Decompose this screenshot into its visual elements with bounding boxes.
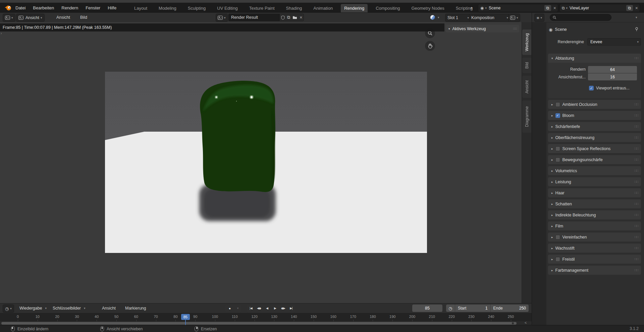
image-name-field[interactable]: Render Result <box>228 14 279 21</box>
panel-wachsstift[interactable]: ▸Wachsstift∷∷ <box>548 244 641 253</box>
properties-search-input[interactable] <box>550 14 611 21</box>
timeline-scrollbar[interactable] <box>1 322 517 325</box>
render-pass-dropdown[interactable]: Komposition▾ <box>469 14 511 22</box>
region-expand-arrow[interactable]: › <box>1 31 2 35</box>
menu-bearbeiten[interactable]: Bearbeiten <box>32 4 55 12</box>
panel-farbmanagement[interactable]: ▸Farbmanagement∷∷ <box>548 266 641 275</box>
viewlayer-selector[interactable]: ⧉ ▾ ViewLayer ⧉ × <box>559 4 640 12</box>
sidebar-tab-ansicht[interactable]: Ansicht <box>522 76 531 98</box>
panel-vereinfachen[interactable]: ▸Vereinfachen∷∷ <box>548 233 641 242</box>
auto-key-record-button[interactable]: ● <box>225 305 234 312</box>
viewlayer-name[interactable]: ViewLayer <box>568 6 626 10</box>
close-icon[interactable]: × <box>552 5 558 11</box>
workspace-tab-texture-paint[interactable]: Texture Paint <box>246 4 278 12</box>
editor-type-button[interactable]: ▾ <box>3 14 15 22</box>
panel-drag-grip[interactable]: ∷∷ <box>634 56 638 60</box>
image-browse-dropdown[interactable]: ▾ <box>216 14 228 22</box>
panel-film[interactable]: ▸Film∷∷ <box>548 221 641 230</box>
panel-drag-grip[interactable]: ∷∷ <box>634 158 638 161</box>
scene-name[interactable]: Scene <box>487 6 544 10</box>
frame-start-field[interactable]: Start 1 <box>455 305 490 312</box>
panel-schatten[interactable]: ▸Schatten∷∷ <box>548 199 641 208</box>
stopwatch-icon[interactable]: ◷ <box>446 306 455 311</box>
display-channels-button[interactable]: ▾ <box>430 14 439 21</box>
panel-haar[interactable]: ▸Haar∷∷ <box>548 188 641 197</box>
panel-drag-grip[interactable]: ∷∷ <box>634 213 638 217</box>
panel-sch-rfentiefe[interactable]: ▸Schärfentiefe∷∷ <box>548 122 641 131</box>
panel-drag-grip[interactable]: ∷∷ <box>634 125 638 128</box>
timeline-editor-type-button[interactable]: ◷▾ <box>3 305 14 313</box>
workspace-tab-uv-editing[interactable]: UV Editing <box>214 4 241 12</box>
image-editor-viewport[interactable]: ▾ Aktives Werkzeug ∷∷ WerkzeugBildAnsich… <box>0 22 532 303</box>
panel-oberfl-chenstreuung[interactable]: ▸Oberflächenstreuung∷∷ <box>548 133 641 142</box>
workspace-tab-rendering[interactable]: Rendering <box>341 4 368 12</box>
workspace-tab-layout[interactable]: Layout <box>131 4 151 12</box>
viewport-denoise-checkbox[interactable]: ✓ <box>589 86 594 90</box>
timeline-menu-wiedergabe[interactable]: Wiedergabe▾ <box>19 306 47 311</box>
render-view-dropdown[interactable]: ▾ <box>508 14 520 22</box>
keying-set-dropdown[interactable]: ▾ <box>234 305 241 312</box>
menu-fenster[interactable]: Fenster <box>85 4 101 12</box>
sidebar-tab-diagramme[interactable]: Diagramme <box>522 101 531 133</box>
panel-indirekte-beleuchtung[interactable]: ▸Indirekte Beleuchtung∷∷ <box>548 210 641 219</box>
add-workspace-button[interactable]: + <box>468 4 475 12</box>
open-folder-icon[interactable] <box>292 16 297 19</box>
render-slot-dropdown[interactable]: Slot 1▾ <box>445 14 471 22</box>
new-image-icon[interactable]: ⧉ <box>287 15 290 20</box>
menu-hilfe[interactable]: Hilfe <box>107 4 117 12</box>
panel-freistil[interactable]: ▸Freistil∷∷ <box>548 255 641 264</box>
play-reverse-button[interactable]: ◀ <box>263 305 271 312</box>
timeline-menu-markierung[interactable]: Markierung <box>124 306 148 311</box>
panel-bloom[interactable]: ▸✓Bloom∷∷ <box>548 111 641 120</box>
collapse-arrow[interactable]: < <box>525 321 527 325</box>
panel-screen-space-reflections[interactable]: ▸Screen Space Reflections∷∷ <box>548 144 641 153</box>
properties-editor-type-button[interactable]: ≡▾ <box>534 14 544 22</box>
options-chevron-icon[interactable]: ▾ <box>636 16 637 19</box>
next-keyframe-button[interactable]: ◆▶ <box>279 305 287 312</box>
panel-drag-grip[interactable]: ∷∷ <box>634 191 638 195</box>
workspace-tab-geometry-nodes[interactable]: Geometry Nodes <box>408 4 447 12</box>
new-scene-button[interactable]: ⧉ <box>544 5 551 11</box>
panel-volumetrics[interactable]: ▸Volumetrics∷∷ <box>548 166 641 175</box>
panel-drag-grip[interactable]: ∷∷ <box>634 180 638 184</box>
new-viewlayer-button[interactable]: ⧉ <box>626 5 633 11</box>
panel-drag-grip[interactable]: ∷∷ <box>634 235 638 239</box>
panel-drag-grip[interactable]: ∷∷ <box>634 246 638 250</box>
scene-selector[interactable]: ◉ ▾ Scene ⧉ × <box>478 4 558 12</box>
display-mode-dropdown[interactable]: Ansicht ▾ <box>16 14 45 22</box>
current-frame-field[interactable]: 85 <box>412 305 442 312</box>
menu-datei[interactable]: Datei <box>15 4 26 12</box>
sampling-viewport-field[interactable]: 16 <box>588 73 637 80</box>
workspace-tab-shading[interactable]: Shading <box>283 4 306 12</box>
pan-gizmo-button[interactable] <box>425 41 435 51</box>
timeline-ruler[interactable]: 0102030405060708090100110120130140150160… <box>0 313 532 321</box>
panel-ambient-occlusion[interactable]: ▸Ambient Occlusion∷∷ <box>548 100 641 109</box>
panel-drag-grip[interactable]: ∷∷ <box>634 224 638 228</box>
play-button[interactable]: ▶ <box>271 305 279 312</box>
jump-to-start-button[interactable]: |◀ <box>247 305 255 312</box>
workspace-tab-modeling[interactable]: Modeling <box>155 4 180 12</box>
sidebar-tab-bild[interactable]: Bild <box>522 58 531 73</box>
sidebar-tab-werkzeug[interactable]: Werkzeug <box>522 29 531 55</box>
prev-keyframe-button[interactable]: ◀◆ <box>255 305 263 312</box>
close-icon[interactable]: × <box>634 5 640 11</box>
blender-logo-icon[interactable] <box>4 5 12 11</box>
fake-user-shield-icon[interactable] <box>281 15 285 20</box>
panel-drag-grip[interactable]: ∷∷ <box>513 27 517 30</box>
panel-checkbox[interactable] <box>555 157 560 162</box>
menu-rendern[interactable]: Rendern <box>61 4 79 12</box>
pin-icon[interactable] <box>635 27 639 31</box>
timeline-menu-ansicht[interactable]: Ansicht <box>101 306 117 311</box>
sidebar-panel-active-tool[interactable]: ▾ Aktives Werkzeug ∷∷ <box>446 25 519 32</box>
workspace-tab-animation[interactable]: Animation <box>310 4 336 12</box>
panel-checkbox[interactable] <box>555 146 560 151</box>
panel-drag-grip[interactable]: ∷∷ <box>634 202 638 206</box>
panel-bewegungsunsch-rfe[interactable]: ▸Bewegungsunschärfe∷∷ <box>548 155 641 164</box>
sampling-panel-header[interactable]: ▾ Abtastung ∷∷ <box>548 54 641 63</box>
workspace-tab-compositing[interactable]: Compositing <box>372 4 403 12</box>
panel-checkbox[interactable]: ✓ <box>555 113 560 118</box>
panel-checkbox[interactable] <box>555 257 560 262</box>
panel-drag-grip[interactable]: ∷∷ <box>634 268 638 272</box>
unlink-x-icon[interactable]: × <box>300 15 302 20</box>
frame-end-field[interactable]: Ende 250 <box>490 305 529 312</box>
